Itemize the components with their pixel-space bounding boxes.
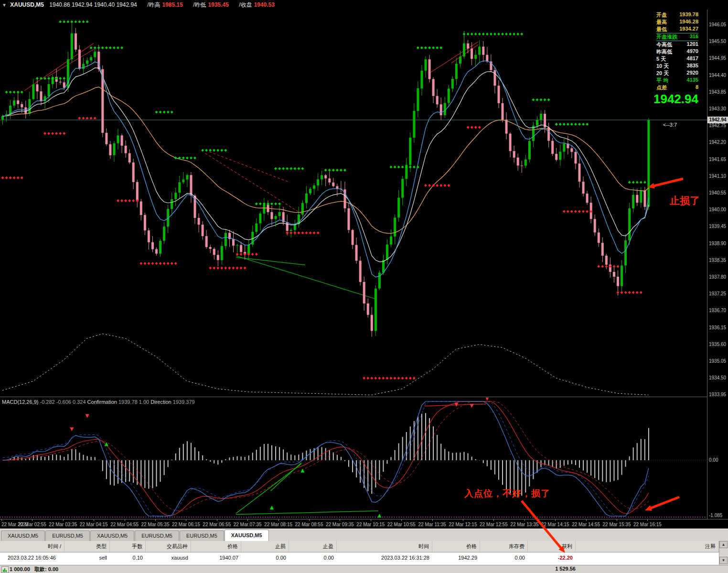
terminal-header-cell[interactable]: 获利 [528, 541, 576, 552]
info-row-label: 开盘涨跌 [656, 33, 677, 41]
macd-header-part: -0.606 [56, 399, 73, 405]
info-row-label: 10 天 [656, 63, 669, 70]
terminal-cell [576, 552, 719, 563]
time-tick [463, 519, 463, 521]
time-tick [247, 519, 248, 521]
time-tick [186, 519, 186, 521]
info-row-label: 昨高低 [656, 48, 672, 55]
price-axis-label: 1941.10 [709, 173, 726, 179]
time-axis-label: 22 Mar 13:35 [510, 522, 538, 527]
time-axis-label: 22 Mar 15:35 [603, 522, 631, 527]
price-axis-label: 1936.70 [709, 308, 726, 313]
info-row-value: 1946.28 [679, 19, 698, 26]
balance-summary: 1 000.00 取款: 0.00 [10, 566, 58, 573]
time-axis: 22 Mar 202322 Mar 02:5522 Mar 03:3522 Ma… [0, 519, 707, 529]
info-row-label: 点差 [656, 84, 667, 91]
terminal-cell: 2023.03.22 16:05:46 [0, 552, 64, 563]
macd-header-part: 1939.78 [118, 399, 139, 405]
time-tick [525, 519, 525, 521]
time-axis-label: 22 Mar 14:55 [572, 522, 600, 527]
price-axis: 1946.051945.501944.951944.401943.851943.… [707, 10, 728, 519]
terminal-header-cell[interactable]: 时间 [337, 541, 432, 552]
terminal-header-cell[interactable]: 止损 [241, 541, 289, 552]
price-axis-label: 1946.05 [709, 22, 726, 27]
price-axis-label: 1940.00 [709, 207, 726, 212]
equity-value: 1 529.56 [545, 566, 576, 572]
terminal-header-cell[interactable]: 止盈 [289, 541, 337, 552]
time-axis-label: 22 Mar 06:15 [172, 522, 200, 527]
macd-indicator-values: MACD(12,26,9) -0.282 -0.606 0.324 Confir… [2, 399, 195, 405]
time-axis-label: 22 Mar 05:35 [141, 522, 170, 527]
terminal-scrollbar[interactable]: ▲ ▼ [719, 541, 728, 565]
info-row-label: 5 天 [656, 55, 666, 63]
time-axis-label: 22 Mar 08:55 [295, 522, 323, 527]
time-tick [94, 519, 94, 521]
info-row-value: 316 [690, 33, 698, 41]
terminal-header-cell[interactable]: 价格 [191, 541, 241, 552]
terminal-header-cell[interactable]: 库存费 [480, 541, 528, 552]
stat-prev-low: /昨低1935.45 [193, 1, 230, 8]
chart-tab-xauusd-m5[interactable]: XAUUSD,M5 [90, 530, 134, 541]
chart-tabs-bar: XAUUSD,M5EURUSD,M5XAUUSD,M5EURUSD,M5EURU… [0, 529, 728, 541]
status-bar: 1 000.00 取款: 0.00 1 529.56 [0, 565, 728, 573]
info-row: 开盘1939.78 [656, 11, 698, 19]
time-tick [32, 519, 32, 521]
chart-tab-eurusd-m5[interactable]: EURUSD,M5 [180, 530, 224, 541]
chart-tab-xauusd-m5[interactable]: XAUUSD,M5 [225, 530, 269, 541]
terminal-header-cell[interactable]: 交易品种 [146, 541, 191, 552]
time-axis-label: 22 Mar 06:55 [203, 522, 231, 527]
trade-history-row[interactable]: 2023.03.22 16:05:46sell0.10xauusd1940.07… [0, 552, 719, 563]
chart-macd-divider[interactable] [0, 397, 728, 397]
price-axis-label: 1939.45 [709, 224, 726, 229]
price-axis-label: 1935.60 [709, 342, 726, 347]
time-axis-label: 22 Mar 14:15 [541, 522, 569, 527]
chart-tab-xauusd-m5[interactable]: XAUUSD,M5 [1, 530, 45, 541]
time-tick [63, 519, 64, 521]
scroll-down-icon[interactable]: ▼ [719, 557, 728, 564]
price-axis-label: 1942.20 [709, 140, 726, 145]
ohlc-quote-values: 1940.86 1942.94 1940.40 1942.94 [49, 1, 137, 8]
candlestick-chart[interactable] [0, 10, 707, 397]
info-row: 今高低1201 [656, 41, 698, 48]
info-row-label: 最高 [656, 19, 667, 26]
info-row: 10 天3835 [656, 63, 698, 70]
macd-header-part: 0.324 [73, 399, 86, 405]
time-axis-label: 22 Mar 11:35 [418, 522, 446, 527]
chart-tab-eurusd-m5[interactable]: EURUSD,M5 [135, 530, 179, 541]
info-row-value: 1939.78 [679, 11, 698, 19]
time-axis-label: 22 Mar 12:15 [449, 522, 477, 527]
info-row-label: 平 均 [656, 77, 668, 84]
terminal-header-cell[interactable]: 注释 [576, 541, 719, 552]
stat-prev-high: /昨高1985.15 [147, 1, 184, 8]
chart-tab-eurusd-m5[interactable]: EURUSD,M5 [45, 530, 90, 541]
price-axis-label: 1938.90 [709, 241, 726, 246]
macd-header-part: MACD(12,26,9) [2, 399, 40, 405]
time-axis-label: 22 Mar 10:15 [356, 522, 385, 527]
terminal-header-cell[interactable]: 类型 [64, 541, 110, 552]
terminal-header-cell[interactable]: 手数 [110, 541, 146, 552]
info-row: 平 均4135 [656, 77, 698, 84]
terminal-cell: -22.20 [528, 552, 576, 563]
price-axis-label: 1943.30 [709, 106, 726, 111]
terminal-cell: 0.10 [110, 552, 146, 563]
terminal-header-cell[interactable]: 价格 [432, 541, 480, 552]
time-axis-label: 22 Mar 12:55 [480, 522, 508, 527]
info-row: 5 天4817 [656, 55, 698, 63]
info-row-value: 8 [696, 84, 698, 91]
terminal-cell: 2023.03.22 16:31:28 [337, 552, 432, 563]
terminal-cell: 0.00 [480, 552, 528, 563]
terminal-header-cell[interactable]: 时间 / [0, 541, 64, 552]
price-axis-label: 1936.15 [709, 325, 726, 330]
terminal-cell: sell [64, 552, 110, 563]
time-tick [371, 519, 371, 521]
price-axis-label: 1944.95 [709, 55, 726, 61]
ratio-annotation: <--3:7 [663, 122, 677, 128]
stop-loss-annotation: 止损了 [670, 194, 700, 207]
terminal-cell: 0.00 [289, 552, 337, 563]
time-tick [647, 519, 648, 521]
withdraw-value: 0.00 [48, 566, 58, 572]
scroll-up-icon[interactable]: ▲ [719, 541, 728, 548]
time-tick [432, 519, 433, 521]
macd-panel[interactable] [0, 398, 707, 519]
symbol-dropdown-icon[interactable]: ▼ [2, 2, 7, 8]
